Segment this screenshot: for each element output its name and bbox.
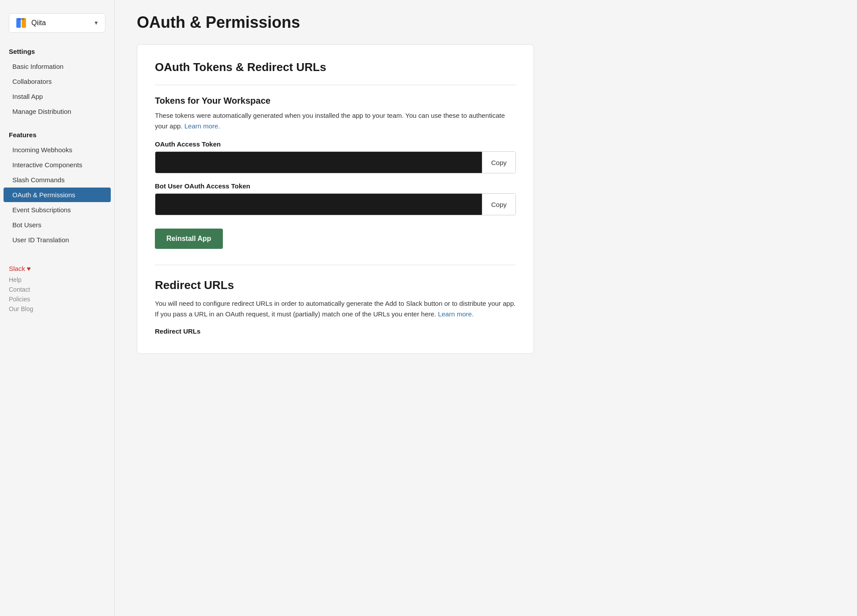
oauth-token-field bbox=[155, 152, 482, 173]
footer-links: HelpContactPoliciesOur Blog bbox=[9, 275, 105, 314]
oauth-copy-button[interactable]: Copy bbox=[482, 152, 515, 173]
sidebar-item-manage-distribution[interactable]: Manage Distribution bbox=[4, 104, 111, 119]
sidebar-item-basic-information[interactable]: Basic Information bbox=[4, 59, 111, 74]
sidebar: Qiita ▼ Settings Basic InformationCollab… bbox=[0, 0, 115, 616]
oauth-token-label: OAuth Access Token bbox=[155, 140, 516, 148]
page-title: OAuth & Permissions bbox=[137, 13, 835, 32]
sidebar-footer: Slack ♥ HelpContactPoliciesOur Blog bbox=[0, 265, 114, 314]
bot-copy-button[interactable]: Copy bbox=[482, 194, 515, 215]
workspace-name: Qiita bbox=[31, 19, 89, 27]
sidebar-item-incoming-webhooks[interactable]: Incoming Webhooks bbox=[4, 143, 111, 157]
footer-link-our-blog[interactable]: Our Blog bbox=[9, 304, 105, 314]
redirect-learn-more-link[interactable]: Learn more. bbox=[438, 310, 474, 318]
redirect-divider bbox=[155, 265, 516, 265]
oauth-token-row: Copy bbox=[155, 151, 516, 173]
settings-section-label: Settings bbox=[0, 43, 114, 59]
sidebar-item-collaborators[interactable]: Collaborators bbox=[4, 74, 111, 89]
tokens-learn-more-link[interactable]: Learn more. bbox=[184, 122, 220, 130]
chevron-down-icon: ▼ bbox=[94, 20, 99, 26]
sidebar-item-install-app[interactable]: Install App bbox=[4, 89, 111, 104]
redirect-description: You will need to configure redirect URLs… bbox=[155, 298, 516, 319]
content-card: OAuth Tokens & Redirect URLs Tokens for … bbox=[137, 44, 534, 354]
sidebar-item-slash-commands[interactable]: Slash Commands bbox=[4, 173, 111, 187]
workspace-tokens-title: Tokens for Your Workspace bbox=[155, 96, 516, 106]
main-content: OAuth & Permissions OAuth Tokens & Redir… bbox=[115, 0, 857, 616]
svg-rect-2 bbox=[18, 18, 24, 20]
footer-link-help[interactable]: Help bbox=[9, 275, 105, 285]
bot-token-label: Bot User OAuth Access Token bbox=[155, 182, 516, 190]
workspace-icon bbox=[15, 17, 27, 29]
redirect-section: Redirect URLs You will need to configure… bbox=[155, 278, 516, 335]
bot-token-row: Copy bbox=[155, 193, 516, 215]
sidebar-item-interactive-components[interactable]: Interactive Components bbox=[4, 158, 111, 172]
settings-nav: Basic InformationCollaboratorsInstall Ap… bbox=[0, 59, 114, 119]
sidebar-item-bot-users[interactable]: Bot Users bbox=[4, 218, 111, 232]
bot-token-field bbox=[155, 194, 482, 215]
tokens-description: These tokens were automatically generate… bbox=[155, 110, 516, 131]
sidebar-item-user-id-translation[interactable]: User ID Translation bbox=[4, 233, 111, 247]
slack-footer-label: Slack ♥ bbox=[9, 265, 105, 272]
workspace-selector[interactable]: Qiita ▼ bbox=[9, 13, 105, 33]
sidebar-item-oauth-permissions[interactable]: OAuth & Permissions bbox=[4, 188, 111, 202]
reinstall-app-button[interactable]: Reinstall App bbox=[155, 229, 223, 249]
features-nav: Incoming WebhooksInteractive ComponentsS… bbox=[0, 143, 114, 247]
footer-link-contact[interactable]: Contact bbox=[9, 285, 105, 294]
sidebar-header: Qiita ▼ bbox=[0, 9, 114, 43]
redirect-section-title: Redirect URLs bbox=[155, 278, 516, 292]
redirect-urls-label: Redirect URLs bbox=[155, 327, 516, 335]
section-title: OAuth Tokens & Redirect URLs bbox=[155, 60, 516, 74]
footer-link-policies[interactable]: Policies bbox=[9, 294, 105, 304]
features-section-label: Features bbox=[0, 127, 114, 142]
sidebar-item-event-subscriptions[interactable]: Event Subscriptions bbox=[4, 203, 111, 217]
heart-icon: ♥ bbox=[27, 265, 31, 272]
section-divider bbox=[155, 85, 516, 85]
